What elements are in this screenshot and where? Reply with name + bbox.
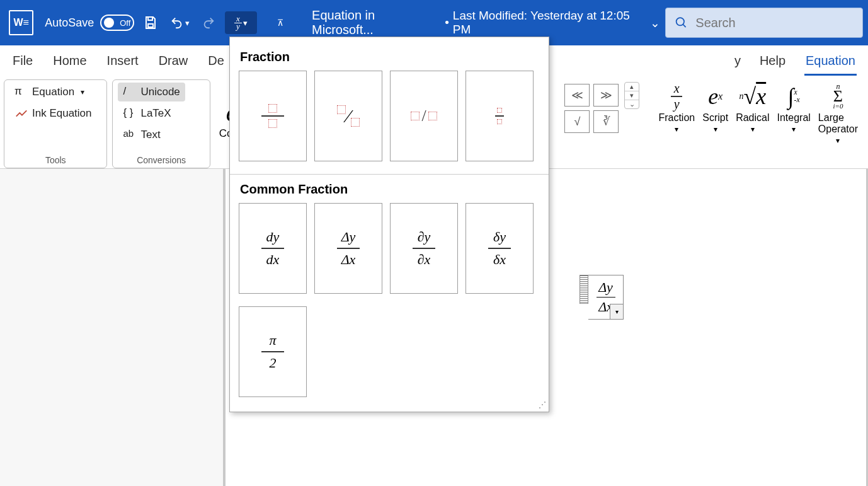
dropdown-divider	[230, 174, 549, 175]
fraction-glyph-icon: xy	[671, 82, 682, 111]
common-fraction-pi-2[interactable]: π2	[239, 306, 307, 397]
tab-home[interactable]: Home	[52, 47, 88, 76]
braces-icon: { }	[123, 107, 137, 120]
integral-glyph-icon: ∫x-x	[788, 82, 800, 111]
symbol-much-less[interactable]: ≪	[564, 84, 590, 107]
group-conversions: / Unicode { } LaTeX ab Text Conversions	[112, 79, 210, 168]
group-title-conversions: Conversions	[113, 154, 209, 168]
symbol-gallery-more[interactable]: ▴ ▾ ⌄	[624, 82, 639, 109]
chevron-down-icon: ▾	[81, 88, 84, 96]
integral-label: Integral	[777, 112, 810, 124]
dropdown-section-common: Common Fraction	[240, 182, 540, 197]
chevron-down-icon: ▾	[836, 136, 840, 145]
chevron-down-icon: ▾	[243, 18, 248, 28]
equation-numerator: Δy	[598, 279, 613, 296]
ink-icon	[14, 107, 28, 120]
tab-insert[interactable]: Insert	[106, 47, 140, 76]
fraction-template-stacked[interactable]	[239, 71, 307, 161]
word-logo-icon: W≡	[9, 10, 33, 35]
chevron-down-icon: ▾	[675, 125, 678, 134]
symbol-sqrt[interactable]: √	[564, 110, 590, 133]
autosave-control[interactable]: AutoSave Off	[45, 14, 134, 31]
latex-button[interactable]: { } LaTeX	[118, 104, 185, 123]
large-op-label: Large Operator	[818, 112, 858, 135]
undo-button[interactable]: ▾	[167, 11, 193, 34]
unicode-label: Unicode	[140, 86, 180, 98]
tab-draw[interactable]: Draw	[157, 47, 190, 76]
radical-structure-button[interactable]: n√x Radical ▾	[732, 82, 773, 168]
customize-qat-button[interactable]: ⊼	[270, 11, 292, 34]
slash-icon: /	[123, 85, 137, 99]
equation-options-button[interactable]: ▾	[610, 304, 624, 320]
ink-equation-label: Ink Equation	[32, 107, 92, 120]
document-title: Equation in Microsoft...	[312, 8, 437, 37]
quick-fraction-button[interactable]: xy ▾	[225, 11, 257, 34]
svg-point-1	[677, 18, 684, 25]
save-button[interactable]	[139, 11, 161, 34]
integral-structure-button[interactable]: ∫x-x Integral ▾	[773, 82, 814, 168]
group-title-tools: Tools	[4, 154, 106, 168]
symbol-gallery[interactable]: ≪ ≫ √ ∛	[562, 82, 620, 135]
tab-truncated-right[interactable]: y	[733, 47, 741, 76]
common-fraction-delta-small-y-x[interactable]: δyδx	[465, 203, 534, 294]
fraction-label: Fraction	[658, 112, 695, 124]
equation-object[interactable]: Δy Δx ▾	[580, 275, 624, 320]
group-tools: π Equation ▾ Ink Equation Tools	[4, 79, 107, 168]
unicode-button[interactable]: / Unicode	[118, 83, 185, 101]
sigma-glyph-icon: nΣi=0	[833, 82, 843, 111]
radical-label: Radical	[736, 112, 769, 124]
search-box[interactable]	[665, 8, 863, 38]
dropdown-section-fraction: Fraction	[240, 50, 540, 64]
common-fraction-delta-y-x[interactable]: ΔyΔx	[314, 203, 382, 294]
fraction-template-linear[interactable]: /	[390, 71, 458, 161]
script-label: Script	[702, 112, 728, 124]
tab-equation[interactable]: Equation	[804, 47, 857, 76]
tab-truncated-left[interactable]: De	[207, 47, 224, 76]
tab-help[interactable]: Help	[758, 47, 787, 76]
scroll-up-icon[interactable]: ▴	[625, 83, 639, 91]
text-label: Text	[140, 129, 160, 141]
fraction-template-small[interactable]	[465, 71, 534, 161]
chevron-down-icon: ⌄	[650, 16, 660, 30]
common-fraction-row-1: dydx ΔyΔx ∂y∂x δyδx	[239, 203, 540, 294]
common-fraction-row-2: π2	[239, 306, 540, 397]
toggle-state-label: Off	[120, 18, 130, 28]
text-icon: ab	[123, 128, 137, 142]
script-structure-button[interactable]: ex Script ▾	[699, 82, 732, 168]
fraction-template-skewed[interactable]: ⁄	[314, 71, 382, 161]
toggle-knob-icon	[104, 18, 114, 28]
chevron-down-icon: ▾	[714, 125, 717, 134]
chevron-down-icon: ▾	[185, 18, 190, 28]
structures-group: xy Fraction ▾ ex Script ▾ n√x Radical ▾ …	[652, 79, 864, 168]
equation-drag-handle[interactable]	[580, 275, 588, 304]
autosave-toggle[interactable]: Off	[100, 14, 134, 31]
tab-file[interactable]: File	[11, 47, 34, 76]
text-button[interactable]: ab Text	[118, 125, 185, 144]
search-icon	[675, 15, 688, 30]
autosave-label: AutoSave	[45, 16, 94, 30]
common-fraction-partial-y-x[interactable]: ∂y∂x	[390, 203, 458, 294]
svg-line-2	[683, 25, 685, 27]
radical-glyph-icon: n√x	[739, 82, 766, 111]
fraction-templates-row: ⁄ /	[239, 71, 540, 161]
latex-label: LaTeX	[140, 107, 171, 120]
redo-button[interactable]	[198, 11, 220, 34]
document-title-area[interactable]: Equation in Microsoft... • Last Modified…	[312, 8, 660, 37]
ink-equation-button[interactable]: Ink Equation	[9, 104, 97, 123]
equation-menu-button[interactable]: π Equation ▾	[9, 83, 97, 101]
resize-grip-icon[interactable]: ⋰	[539, 400, 545, 409]
symbol-much-greater[interactable]: ≫	[593, 84, 619, 107]
expand-icon[interactable]: ⌄	[625, 100, 639, 108]
search-input[interactable]	[695, 16, 854, 30]
equation-menu-label: Equation	[32, 86, 74, 98]
last-modified-label[interactable]: • Last Modified: Yesterday at 12:05 PM ⌄	[445, 9, 660, 37]
scroll-down-icon[interactable]: ▾	[625, 91, 639, 100]
chevron-down-icon: ▾	[751, 125, 755, 134]
fraction-bar-icon	[597, 297, 615, 298]
symbol-cuberoot[interactable]: ∛	[593, 110, 619, 133]
chevron-down-icon: ▾	[792, 125, 796, 134]
fraction-structure-button[interactable]: xy Fraction ▾	[654, 82, 699, 168]
large-operator-structure-button[interactable]: nΣi=0 Large Operator ▾	[814, 82, 862, 168]
script-glyph-icon: ex	[708, 82, 722, 111]
common-fraction-dy-dx[interactable]: dydx	[239, 203, 307, 294]
